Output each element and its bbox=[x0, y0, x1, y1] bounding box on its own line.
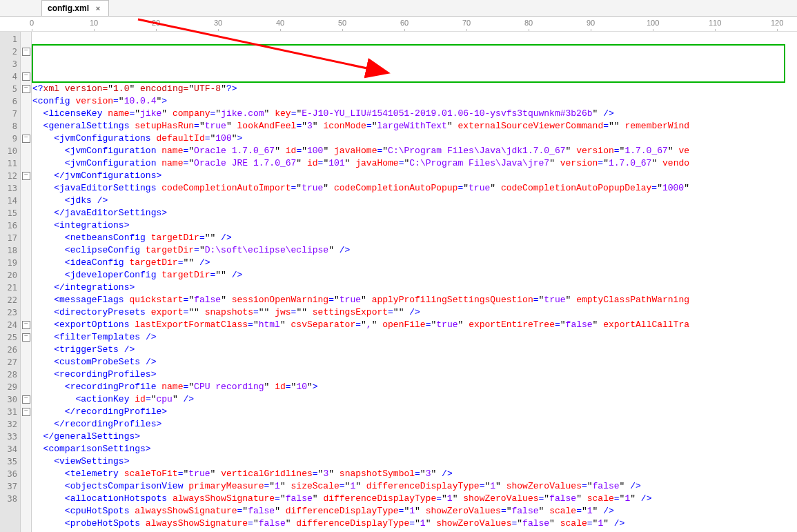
fold-spacer bbox=[21, 206, 31, 218]
code-line[interactable]: <messageFlags quickstart="false" session… bbox=[32, 294, 796, 306]
fold-toggle-icon[interactable] bbox=[21, 168, 31, 181]
line-number: 13 bbox=[0, 182, 17, 195]
code-line[interactable]: <config version="10.0.4"> bbox=[32, 95, 796, 108]
code-line[interactable]: <filterTemplates /> bbox=[32, 331, 796, 344]
fold-toggle-icon[interactable] bbox=[21, 317, 31, 330]
fold-toggle-icon[interactable] bbox=[21, 330, 31, 342]
code-line[interactable]: <integrations> bbox=[32, 219, 796, 232]
fold-spacer bbox=[21, 57, 31, 69]
code-line[interactable]: <viewSettings> bbox=[32, 455, 796, 468]
line-number: 30 bbox=[0, 393, 17, 406]
code-line[interactable]: <jvmConfiguration name="Oracle JRE 1.7.0… bbox=[32, 157, 796, 170]
line-number: 36 bbox=[0, 468, 17, 480]
code-line[interactable]: <directoryPresets export="" snapshots=""… bbox=[32, 306, 796, 319]
fold-spacer bbox=[21, 268, 31, 280]
code-line[interactable]: <ideaConfig targetDir="" /> bbox=[32, 257, 796, 269]
code-line[interactable]: <triggerSets /> bbox=[32, 344, 796, 356]
fold-spacer bbox=[21, 156, 31, 168]
tab-config-xml[interactable]: config.xml × bbox=[41, 0, 109, 16]
line-number: 37 bbox=[0, 480, 17, 493]
fold-toggle-icon[interactable] bbox=[21, 44, 31, 57]
line-number: 4 bbox=[0, 70, 17, 83]
code-line[interactable]: <netbeansConfig targetDir="" /> bbox=[32, 232, 796, 244]
code-line[interactable]: <cpuHotSpots alwaysShowSignature="false"… bbox=[32, 505, 796, 518]
code-line[interactable]: <customProbeSets /> bbox=[32, 356, 796, 368]
code-line[interactable]: <?xml version="1.0" encoding="UTF-8"?> bbox=[32, 83, 796, 95]
code-line[interactable]: <eclipseConfig targetDir="D:\soft\eclips… bbox=[32, 244, 796, 257]
code-line[interactable]: <objectsComparisonView primaryMeasure="1… bbox=[32, 480, 796, 493]
line-number: 26 bbox=[0, 344, 17, 356]
close-icon[interactable]: × bbox=[93, 3, 103, 13]
code-line[interactable]: </integrations> bbox=[32, 282, 796, 294]
line-number: 35 bbox=[0, 455, 17, 468]
fold-spacer bbox=[21, 367, 31, 380]
code-line[interactable]: <probeHotSpots alwaysShowSignature="fals… bbox=[32, 518, 796, 530]
code-line[interactable]: <jdeveloperConfig targetDir="" /> bbox=[32, 269, 796, 282]
line-number: 31 bbox=[0, 406, 17, 418]
code-line[interactable]: </jvmConfigurations> bbox=[32, 170, 796, 182]
code-line[interactable]: <generalSettings setupHasRun="true" look… bbox=[32, 120, 796, 132]
ruler: 0102030405060708090100110120 bbox=[0, 17, 797, 32]
line-number: 27 bbox=[0, 356, 17, 368]
line-number: 10 bbox=[0, 145, 17, 157]
code-line[interactable]: <recordingProfiles> bbox=[32, 368, 796, 381]
fold-spacer bbox=[21, 218, 31, 230]
fold-spacer bbox=[21, 454, 31, 466]
ruler-label: 50 bbox=[338, 19, 346, 27]
code-line[interactable]: </javaEditorSettings> bbox=[32, 207, 796, 219]
code-line[interactable]: <jvmConfigurations defaultId="100"> bbox=[32, 132, 796, 145]
code-line[interactable]: <jvmConfiguration name="Oracle 1.7.0_67"… bbox=[32, 145, 796, 157]
code-line[interactable]: <recordingProfile name="CPU recording" i… bbox=[32, 381, 796, 393]
line-number-gutter: 1234567891011121314151617181920212223242… bbox=[0, 32, 21, 532]
code-line[interactable]: <jdks /> bbox=[32, 195, 796, 207]
fold-spacer bbox=[21, 230, 31, 243]
code-line[interactable]: <javaEditorSettings codeCompletionAutoIm… bbox=[32, 182, 796, 195]
code-line[interactable]: <comparisonSettings> bbox=[32, 443, 796, 455]
ruler-label: 60 bbox=[400, 19, 409, 27]
line-number: 23 bbox=[0, 306, 17, 319]
fold-toggle-icon[interactable] bbox=[21, 392, 31, 404]
line-number: 20 bbox=[0, 269, 17, 282]
code-line[interactable]: <telemetry scaleToFit="true" verticalGri… bbox=[32, 468, 796, 480]
line-number: 9 bbox=[0, 132, 17, 145]
line-number: 3 bbox=[0, 58, 17, 70]
fold-spacer bbox=[21, 355, 31, 367]
fold-spacer bbox=[21, 106, 31, 119]
fold-spacer bbox=[21, 429, 31, 442]
fold-toggle-icon[interactable] bbox=[21, 81, 31, 94]
code-line[interactable]: </generalSettings> bbox=[32, 431, 796, 443]
code-line[interactable]: <actionKey id="cpu" /> bbox=[32, 393, 796, 406]
ruler-label: 0 bbox=[30, 19, 34, 27]
fold-spacer bbox=[21, 417, 31, 429]
fold-spacer bbox=[21, 442, 31, 454]
line-number: 2 bbox=[0, 46, 17, 58]
line-number: 18 bbox=[0, 244, 17, 257]
ruler-label: 40 bbox=[276, 19, 284, 27]
line-number: 16 bbox=[0, 219, 17, 232]
line-number: 28 bbox=[0, 368, 17, 381]
code-line[interactable]: </recordingProfile> bbox=[32, 406, 796, 418]
code-line[interactable]: <exportOptions lastExportFormatClass="ht… bbox=[32, 319, 796, 331]
line-number: 6 bbox=[0, 95, 17, 108]
fold-toggle-icon[interactable] bbox=[21, 404, 31, 417]
fold-toggle-icon[interactable] bbox=[21, 131, 31, 144]
fold-spacer bbox=[21, 255, 31, 268]
line-number: 15 bbox=[0, 207, 17, 219]
line-number: 7 bbox=[0, 108, 17, 120]
line-number: 5 bbox=[0, 83, 17, 95]
fold-spacer bbox=[21, 243, 31, 255]
highlight-box bbox=[32, 44, 785, 83]
code-line[interactable]: </recordingProfiles> bbox=[32, 418, 796, 431]
line-number: 14 bbox=[0, 195, 17, 207]
ruler-label: 10 bbox=[90, 19, 98, 27]
fold-toggle-icon[interactable] bbox=[21, 69, 31, 81]
code-area[interactable]: <?xml version="1.0" encoding="UTF-8"?><c… bbox=[32, 32, 797, 532]
code-line[interactable]: <licenseKey name="jike" company="jike.co… bbox=[32, 108, 796, 120]
tab-bar: config.xml × bbox=[0, 0, 797, 17]
ruler-label: 100 bbox=[647, 19, 659, 27]
line-number: 29 bbox=[0, 381, 17, 393]
fold-spacer bbox=[21, 491, 31, 504]
line-number: 22 bbox=[0, 294, 17, 306]
ruler-label: 20 bbox=[152, 19, 160, 27]
code-line[interactable]: <allocationHotspots alwaysShowSignature=… bbox=[32, 493, 796, 505]
